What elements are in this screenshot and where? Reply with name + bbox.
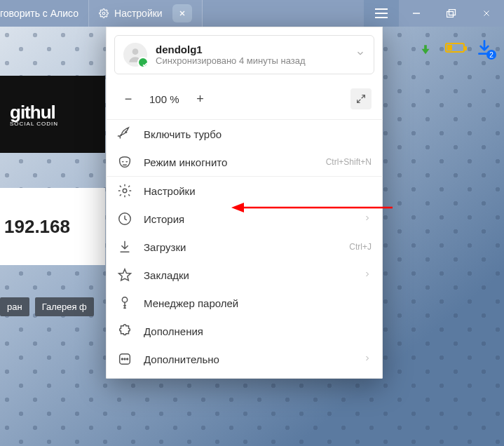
- titlebar: говорить с Алисо Настройки: [0, 0, 504, 27]
- zoom-row: − 100 % +: [106, 83, 383, 119]
- download-icon: [117, 239, 132, 255]
- close-tab-button[interactable]: [172, 4, 192, 22]
- menu-item-more[interactable]: Дополнительно: [106, 345, 383, 373]
- menu-item-turbo[interactable]: Включить турбо: [106, 120, 383, 148]
- window-minimize[interactable]: [399, 0, 434, 27]
- clock-icon: [117, 211, 132, 227]
- menu-item-shortcut: Ctrl+J: [349, 242, 372, 252]
- ip-text: 192.168: [4, 216, 70, 238]
- battery-icon: [445, 43, 465, 53]
- more-icon: [117, 351, 132, 367]
- menu-item-incognito[interactable]: Режим инкогнито Ctrl+Shift+N: [106, 148, 383, 176]
- github-banner: githul SOCIAL CODIN: [0, 76, 105, 153]
- download-accelerator-icon[interactable]: [416, 38, 435, 58]
- rocket-icon: [117, 126, 132, 142]
- check-icon: [142, 61, 149, 68]
- menu-item-addons[interactable]: Дополнения: [106, 317, 383, 345]
- toolbar-tray: 2: [371, 32, 504, 63]
- menu-item-shortcut: Ctrl+Shift+N: [326, 157, 372, 167]
- fullscreen-icon: [355, 93, 367, 104]
- downloads-button[interactable]: 2: [475, 38, 494, 58]
- svg-point-4: [123, 189, 127, 193]
- chevron-right-icon: [363, 269, 372, 281]
- menu-item-downloads[interactable]: Загрузки Ctrl+J: [106, 233, 383, 261]
- svg-point-0: [102, 12, 105, 15]
- menu-item-label: Закладки: [144, 269, 352, 281]
- menu-item-label: Дополнения: [144, 325, 372, 337]
- main-menu-panel: dendolg1 Синхронизировано 4 минуты назад…: [106, 27, 383, 379]
- menu-item-bookmarks[interactable]: Закладки: [106, 261, 383, 289]
- menu-button[interactable]: [364, 0, 399, 27]
- menu-item-passwords[interactable]: Менеджер паролей: [106, 289, 383, 317]
- svg-point-9: [124, 358, 125, 360]
- window-close[interactable]: [469, 0, 504, 27]
- profile-sync-status: Синхронизировано 4 минуты назад: [156, 55, 347, 66]
- window-maximize[interactable]: [434, 0, 469, 27]
- hamburger-icon: [375, 8, 388, 18]
- chevron-right-icon: [363, 353, 372, 365]
- svg-point-6: [122, 297, 127, 302]
- menu-item-label: Дополнительно: [144, 353, 352, 365]
- tab-label: говорить с Алисо: [0, 8, 79, 19]
- menu-item-label: Режим инкогнито: [144, 156, 315, 168]
- maximize-icon: [447, 9, 456, 18]
- chip-row: ран Галерея ф: [0, 297, 94, 316]
- profile-card[interactable]: dendolg1 Синхронизировано 4 минуты назад: [114, 35, 374, 74]
- sync-ok-badge: [137, 57, 149, 68]
- svg-rect-1: [449, 10, 456, 15]
- menu-item-history[interactable]: История: [106, 205, 383, 233]
- battery-indicator: [445, 38, 465, 58]
- zoom-in-button[interactable]: +: [192, 90, 209, 107]
- menu-item-label: Настройки: [144, 185, 372, 197]
- key-icon: [117, 295, 132, 311]
- puzzle-icon: [117, 323, 132, 339]
- profile-name: dendolg1: [156, 43, 347, 55]
- star-icon: [117, 267, 132, 283]
- gear-icon: [99, 8, 109, 18]
- mask-icon: [117, 154, 132, 170]
- tab-label: Настройки: [114, 8, 163, 19]
- svg-rect-2: [447, 12, 454, 18]
- zoom-out-button[interactable]: −: [120, 90, 137, 107]
- gear-icon: [117, 183, 132, 198]
- avatar: [123, 43, 147, 67]
- menu-item-label: Загрузки: [144, 241, 338, 253]
- github-subtitle: SOCIAL CODIN: [10, 121, 105, 127]
- tab-alice[interactable]: говорить с Алисо: [0, 0, 89, 27]
- chip-item[interactable]: ран: [0, 297, 29, 316]
- svg-point-10: [127, 358, 128, 360]
- menu-item-label: История: [144, 213, 352, 225]
- tab-settings[interactable]: Настройки: [89, 0, 203, 27]
- download-count-badge: 2: [486, 50, 496, 60]
- chip-item[interactable]: Галерея ф: [35, 297, 94, 316]
- chevron-down-icon: [355, 48, 365, 61]
- close-icon: [482, 9, 491, 18]
- menu-item-label: Включить турбо: [144, 128, 372, 140]
- menu-item-settings[interactable]: Настройки: [106, 177, 383, 205]
- fullscreen-button[interactable]: [350, 88, 372, 109]
- minimize-icon: [412, 9, 421, 18]
- svg-point-3: [132, 48, 139, 55]
- chevron-right-icon: [363, 213, 372, 224]
- close-icon: [178, 9, 186, 18]
- ip-box: 192.168: [0, 188, 105, 265]
- menu-item-label: Менеджер паролей: [144, 297, 372, 309]
- svg-point-8: [121, 358, 123, 360]
- leaf-arrow-icon: [418, 40, 433, 55]
- zoom-value: 100 %: [149, 93, 179, 105]
